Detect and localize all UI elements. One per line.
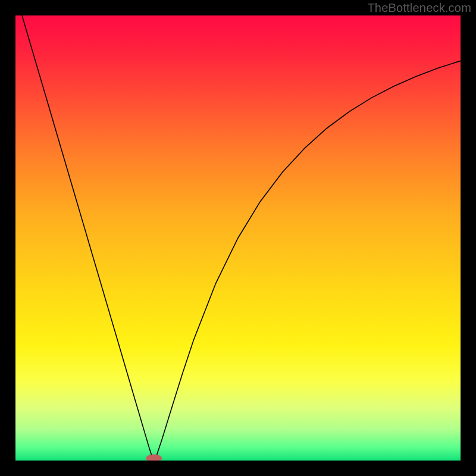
- plot-area: [15, 15, 461, 461]
- watermark-text: TheBottleneck.com: [367, 1, 471, 15]
- chart-svg: [15, 15, 461, 461]
- chart-frame: TheBottleneck.com: [0, 0, 476, 476]
